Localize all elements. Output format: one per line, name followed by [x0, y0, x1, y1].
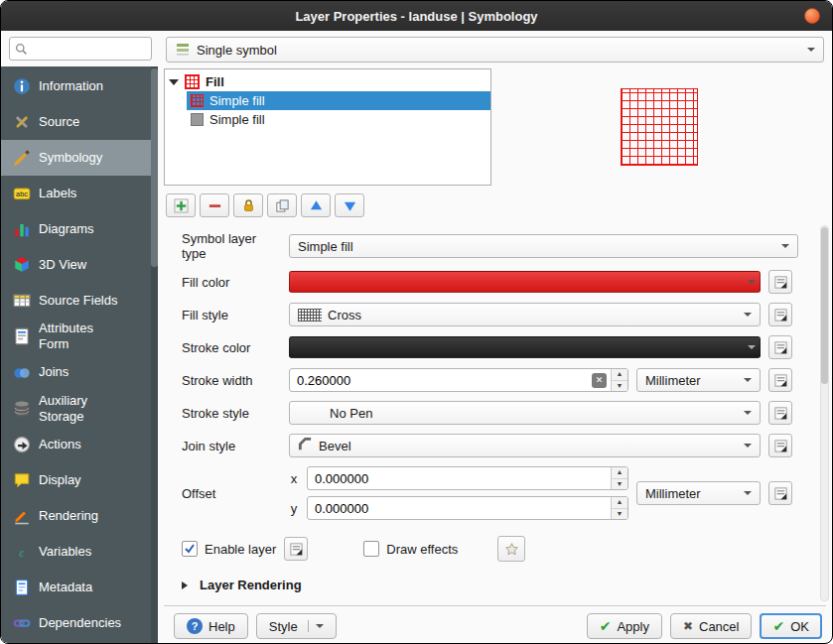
information-icon: [13, 77, 31, 95]
apply-button[interactable]: ✔ Apply: [587, 613, 662, 639]
search-input[interactable]: [32, 42, 146, 56]
sidebar-item-actions[interactable]: Actions: [1, 427, 158, 462]
stroke-width-spinbox: ✕ ▲▼: [289, 368, 628, 392]
sidebar-item-attributes-form[interactable]: Attributes Form: [1, 319, 158, 355]
join-style-override-button[interactable]: [768, 434, 792, 457]
data-defined-icon: [773, 308, 788, 322]
sidebar-item-joins[interactable]: Joins: [1, 355, 158, 391]
simple-fill-icon: [191, 113, 204, 126]
form-scrollbar-thumb[interactable]: [821, 227, 828, 384]
offset-unit-combo[interactable]: Millimeter: [636, 481, 761, 505]
tree-expander-icon[interactable]: [169, 79, 179, 90]
cancel-button[interactable]: ✖ Cancel: [670, 613, 753, 639]
stroke-style-label: Stroke style: [182, 406, 281, 421]
sidebar-item-information[interactable]: Information: [1, 68, 158, 104]
symbol-layer-item-0[interactable]: Simple fill: [187, 91, 490, 110]
style-dropdown[interactable]: [308, 620, 324, 632]
stroke-width-override-button[interactable]: [768, 368, 792, 392]
titlebar[interactable]: Layer Properties - landuse | Symbology: [1, 1, 832, 31]
spin-down-icon: ▼: [612, 479, 627, 490]
add-symbol-layer-button[interactable]: [166, 193, 196, 217]
sidebar-item-3d-view[interactable]: 3D View: [1, 247, 158, 283]
symbol-tree-root[interactable]: Fill: [165, 72, 490, 91]
duplicate-symbol-layer-button[interactable]: [267, 193, 297, 217]
stroke-width-input[interactable]: [290, 373, 592, 388]
dependencies-icon: [13, 614, 31, 632]
offset-y-spin-buttons[interactable]: ▲▼: [611, 497, 627, 519]
enable-layer-checkbox[interactable]: Enable layer: [182, 541, 276, 557]
join-style-combo[interactable]: Bevel: [289, 434, 761, 457]
spin-down-icon: ▼: [612, 509, 627, 520]
sidebar-item-dependencies[interactable]: Dependencies: [1, 605, 158, 641]
fill-color-override-button[interactable]: [768, 270, 792, 294]
sidebar-scrollbar-thumb[interactable]: [151, 68, 158, 267]
fill-style-combo[interactable]: Cross: [289, 303, 761, 326]
checkbox-unchecked-icon: [363, 541, 379, 557]
move-down-button[interactable]: [335, 193, 364, 217]
offset-label: Offset: [182, 486, 281, 501]
offset-x-input[interactable]: [308, 471, 611, 486]
lock-icon: [241, 198, 256, 213]
chevron-down-icon: [807, 48, 815, 56]
symbol-layer-item-1[interactable]: Simple fill: [187, 110, 490, 129]
draw-effects-checkbox[interactable]: Draw effects: [363, 541, 458, 557]
enable-layer-override-button[interactable]: [284, 537, 308, 561]
checkbox-checked-icon: [182, 541, 198, 557]
sidebar-item-symbology[interactable]: Symbology: [1, 140, 158, 176]
sidebar-scrollbar[interactable]: [151, 66, 158, 644]
move-up-button[interactable]: [301, 193, 331, 217]
sidebar-item-diagrams[interactable]: Diagrams: [1, 211, 158, 247]
arrow-up-icon: [309, 198, 324, 213]
chevron-down-icon: [781, 244, 789, 252]
auxiliary-storage-icon: [13, 400, 31, 418]
stroke-width-spin-buttons[interactable]: ▲▼: [611, 369, 627, 391]
effects-options-button[interactable]: [497, 536, 525, 562]
layer-rendering-section[interactable]: Layer Rendering: [182, 578, 826, 592]
stroke-width-unit-value: Millimeter: [645, 373, 701, 388]
fill-style-override-button[interactable]: [768, 303, 792, 326]
sidebar-item-source[interactable]: Source: [1, 104, 158, 140]
layer-rendering-label: Layer Rendering: [200, 578, 302, 592]
help-icon: ?: [187, 618, 203, 634]
stroke-style-combo[interactable]: No Pen: [289, 401, 761, 425]
chevron-down-icon: [744, 313, 752, 321]
close-button[interactable]: [804, 8, 820, 24]
x-icon: ✖: [683, 619, 693, 633]
stroke-color-button[interactable]: [289, 336, 761, 358]
fill-color-button[interactable]: [289, 271, 761, 293]
data-defined-icon: [773, 406, 788, 421]
ok-button[interactable]: ✔ OK: [760, 613, 822, 639]
form-scrollbar[interactable]: [820, 225, 829, 601]
offset-y-input[interactable]: [308, 501, 611, 516]
symbol-layer-type-combo[interactable]: Simple fill: [289, 234, 798, 258]
stroke-width-unit-combo[interactable]: Millimeter: [636, 368, 761, 392]
sidebar-item-auxiliary-storage[interactable]: Auxiliary Storage: [1, 391, 158, 428]
offset-x-spin-buttons[interactable]: ▲▼: [611, 467, 627, 489]
renderer-combo[interactable]: Single symbol: [166, 37, 824, 63]
simple-fill-icon: [191, 94, 204, 107]
footer-separator: [164, 605, 826, 606]
offset-y-label: y: [289, 501, 299, 516]
data-defined-icon: [773, 373, 788, 388]
sidebar-item-labels[interactable]: abc Labels: [1, 176, 158, 211]
stroke-style-override-button[interactable]: [768, 401, 792, 425]
help-button[interactable]: ? Help: [174, 613, 248, 639]
remove-symbol-layer-button[interactable]: [200, 193, 229, 217]
clear-icon[interactable]: ✕: [592, 373, 607, 388]
data-defined-icon: [773, 340, 788, 355]
dialog-footer: ? Help Style ✔ Apply ✖ Cancel ✔: [164, 613, 826, 639]
sidebar-item-display[interactable]: Display: [1, 462, 158, 498]
sidebar-item-source-fields[interactable]: Source Fields: [1, 283, 158, 319]
offset-override-button[interactable]: [768, 481, 792, 505]
svg-text:abc: abc: [16, 190, 28, 198]
arrow-down-icon: [343, 198, 357, 213]
sidebar-item-variables[interactable]: ε Variables: [1, 534, 158, 570]
offset-unit-value: Millimeter: [645, 486, 701, 501]
sidebar-item-metadata[interactable]: Metadata: [1, 570, 158, 605]
style-button[interactable]: Style: [256, 613, 337, 639]
stroke-color-override-button[interactable]: [768, 335, 792, 359]
plus-icon: [174, 198, 189, 213]
sidebar-item-rendering[interactable]: Rendering: [1, 498, 158, 534]
lock-colors-button[interactable]: [233, 193, 263, 217]
symbol-layer-label: Simple fill: [209, 112, 265, 127]
